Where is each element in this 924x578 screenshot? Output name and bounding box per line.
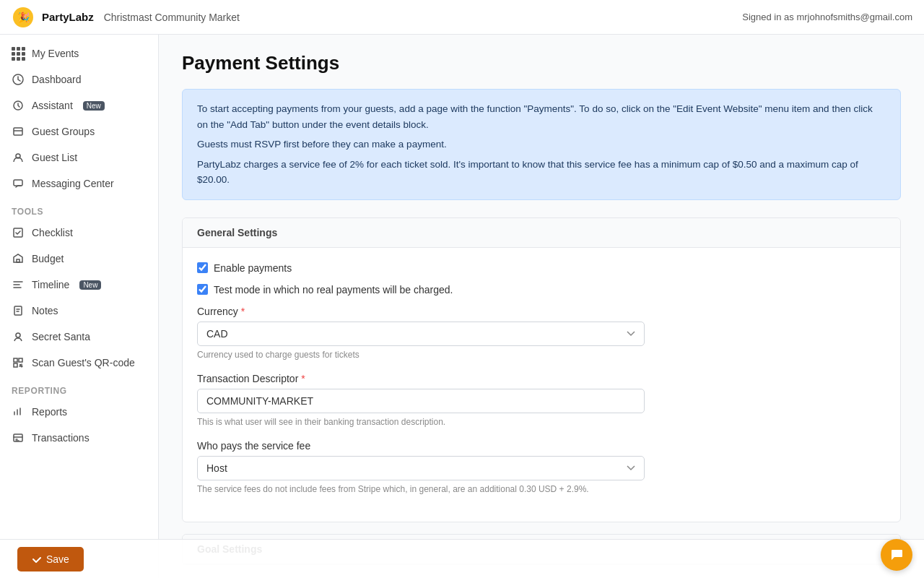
sidebar-item-budget[interactable]: Budget bbox=[0, 246, 158, 272]
sidebar-item-scan-qr[interactable]: Scan Guest's QR-code bbox=[0, 350, 158, 376]
chat-bubble-button[interactable] bbox=[881, 539, 912, 571]
secret-santa-label: Secret Santa bbox=[32, 331, 90, 342]
svg-text:🎉: 🎉 bbox=[17, 12, 30, 24]
service-fee-hint: The service fees do not include fees fro… bbox=[197, 484, 886, 494]
messaging-center-label: Messaging Center bbox=[32, 178, 114, 189]
svg-rect-8 bbox=[14, 306, 22, 315]
guest-list-icon bbox=[12, 151, 25, 164]
messaging-icon bbox=[12, 177, 25, 190]
reports-label: Reports bbox=[32, 406, 67, 418]
currency-hint: Currency used to charge guests for ticke… bbox=[197, 350, 886, 360]
sidebar-item-guest-groups[interactable]: Guest Groups bbox=[0, 118, 158, 144]
sidebar-item-guest-list[interactable]: Guest List bbox=[0, 144, 158, 171]
reports-icon bbox=[12, 405, 25, 418]
sidebar-item-transactions[interactable]: Transactions bbox=[0, 425, 158, 451]
main-content: Payment Settings To start accepting paym… bbox=[159, 35, 924, 578]
test-mode-row: Test mode in which no real payments will… bbox=[197, 284, 886, 296]
transaction-descriptor-input[interactable] bbox=[197, 389, 645, 413]
sidebar-item-timeline[interactable]: Timeline New bbox=[0, 272, 158, 298]
reporting-section-label: Reporting bbox=[0, 376, 158, 399]
general-settings-header: General Settings bbox=[183, 218, 900, 248]
general-settings-section: General Settings Enable payments Test mo… bbox=[182, 217, 901, 522]
sidebar-item-reports[interactable]: Reports bbox=[0, 399, 158, 425]
save-checkmark-icon bbox=[32, 554, 42, 564]
service-fee-label: Who pays the service fee bbox=[197, 440, 886, 452]
scan-qr-label: Scan Guest's QR-code bbox=[32, 357, 135, 368]
svg-rect-13 bbox=[19, 364, 21, 366]
info-line-2: Guests must RSVP first before they can m… bbox=[197, 137, 886, 152]
qr-icon bbox=[12, 356, 25, 369]
service-fee-select[interactable]: Host Guest bbox=[197, 456, 645, 480]
signed-in-label: Signed in as mrjohnofsmiths@gmail.com bbox=[742, 12, 912, 22]
brand-name: PartyLabz bbox=[42, 11, 94, 23]
budget-label: Budget bbox=[32, 253, 64, 264]
assistant-label: Assistant bbox=[32, 100, 73, 111]
timeline-label: Timeline bbox=[32, 279, 69, 290]
dashboard-icon bbox=[12, 73, 25, 86]
currency-select[interactable]: CAD USD EUR GBP AUD bbox=[197, 322, 645, 346]
test-mode-checkbox[interactable] bbox=[197, 284, 208, 295]
save-bar: Save bbox=[0, 539, 924, 578]
event-name: Christmast Community Market bbox=[104, 12, 240, 23]
enable-payments-row: Enable payments bbox=[197, 262, 886, 274]
page-title: Payment Settings bbox=[182, 52, 901, 74]
assistant-badge: New bbox=[83, 101, 105, 111]
header-left: 🎉 PartyLabz Christmast Community Market bbox=[12, 6, 240, 29]
svg-rect-3 bbox=[14, 128, 22, 135]
general-settings-body: Enable payments Test mode in which no re… bbox=[183, 248, 900, 522]
budget-icon bbox=[12, 252, 25, 265]
my-events-label: My Events bbox=[32, 48, 79, 59]
currency-label: Currency * bbox=[197, 306, 886, 317]
transactions-icon bbox=[12, 431, 25, 444]
timeline-icon bbox=[12, 278, 25, 291]
svg-rect-5 bbox=[14, 180, 22, 186]
currency-required-star: * bbox=[241, 306, 245, 317]
service-fee-field: Who pays the service fee Host Guest The … bbox=[197, 440, 886, 494]
santa-icon bbox=[12, 330, 25, 343]
enable-payments-checkbox[interactable] bbox=[197, 262, 208, 273]
notes-label: Notes bbox=[32, 305, 58, 316]
assistant-icon bbox=[12, 99, 25, 112]
transaction-descriptor-field: Transaction Descriptor * This is what us… bbox=[197, 373, 886, 427]
sidebar-item-messaging-center[interactable]: Messaging Center bbox=[0, 171, 158, 197]
enable-payments-label[interactable]: Enable payments bbox=[214, 262, 292, 274]
tools-section-label: Tools bbox=[0, 197, 158, 220]
transaction-descriptor-label: Transaction Descriptor * bbox=[197, 373, 886, 384]
svg-rect-7 bbox=[17, 259, 19, 262]
info-line-1: To start accepting payments from your gu… bbox=[197, 101, 886, 132]
notes-icon bbox=[12, 304, 25, 317]
sidebar-item-secret-santa[interactable]: Secret Santa bbox=[0, 324, 158, 350]
checklist-icon bbox=[12, 226, 25, 239]
svg-rect-11 bbox=[19, 358, 22, 362]
sidebar: My Events Dashboard Assistant New Guest … bbox=[0, 35, 159, 578]
chat-bubble-icon bbox=[889, 547, 905, 563]
currency-field: Currency * CAD USD EUR GBP AUD Currency … bbox=[197, 306, 886, 360]
dashboard-label: Dashboard bbox=[32, 74, 82, 85]
sidebar-item-checklist[interactable]: Checklist bbox=[0, 220, 158, 246]
save-button[interactable]: Save bbox=[17, 547, 84, 571]
guest-groups-icon bbox=[12, 125, 25, 138]
logo-icon: 🎉 bbox=[12, 6, 35, 29]
sidebar-item-dashboard[interactable]: Dashboard bbox=[0, 66, 158, 92]
grid-icon bbox=[12, 47, 25, 60]
sidebar-item-my-events[interactable]: My Events bbox=[0, 40, 158, 66]
top-header: 🎉 PartyLabz Christmast Community Market … bbox=[0, 0, 924, 35]
svg-point-9 bbox=[16, 333, 20, 337]
info-box: To start accepting payments from your gu… bbox=[182, 89, 901, 200]
sidebar-item-notes[interactable]: Notes bbox=[0, 298, 158, 324]
svg-rect-12 bbox=[14, 363, 17, 367]
guest-list-label: Guest List bbox=[32, 152, 77, 163]
test-mode-label[interactable]: Test mode in which no real payments will… bbox=[214, 284, 453, 296]
transaction-descriptor-hint: This is what user will see in their bank… bbox=[197, 417, 886, 427]
info-line-3: PartyLabz charges a service fee of 2% fo… bbox=[197, 157, 886, 188]
transactions-label: Transactions bbox=[32, 432, 90, 444]
guest-groups-label: Guest Groups bbox=[32, 126, 95, 137]
sidebar-item-assistant[interactable]: Assistant New bbox=[0, 92, 158, 118]
timeline-badge: New bbox=[79, 280, 101, 290]
checklist-label: Checklist bbox=[32, 227, 73, 238]
descriptor-required-star: * bbox=[301, 373, 305, 384]
svg-rect-10 bbox=[14, 358, 17, 362]
